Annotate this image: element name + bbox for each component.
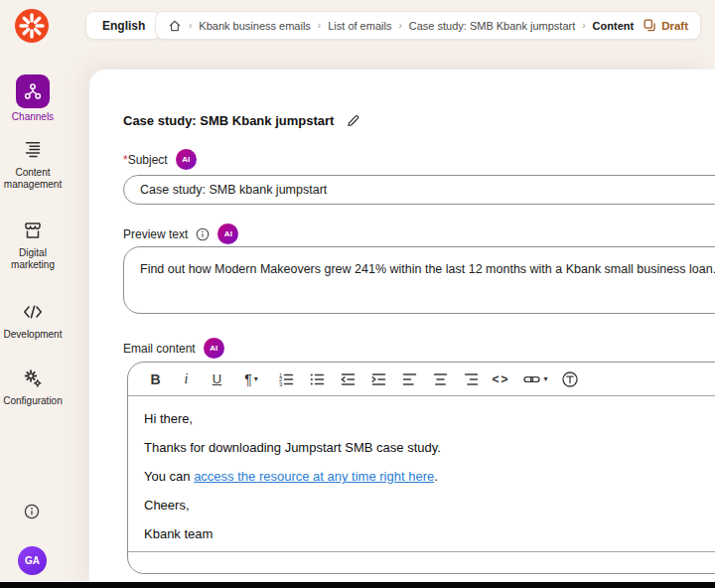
preview-text-label: Preview text [123,227,188,241]
sidebar-label-digital-marketing[interactable]: Digital marketing [0,247,66,271]
sidebar-item-digital-marketing[interactable] [21,219,45,242]
breadcrumb-separator: › [582,20,585,31]
content-panel: Case study: SMB Kbank jumpstart *Subject… [89,70,715,588]
info-circle-icon[interactable] [24,504,40,519]
channels-network-icon [22,80,44,102]
subject-input[interactable] [123,175,715,205]
breadcrumb-separator: › [189,20,192,31]
italic-button[interactable]: i [171,366,202,393]
svg-text:3: 3 [279,380,283,386]
page-title: Case study: SMB Kbank jumpstart [123,113,334,128]
storefront-icon [21,219,45,242]
chevron-down-icon: ▾ [254,374,258,383]
app-window: English › Kbank business emails › List o… [0,0,715,588]
text-format-button[interactable] [554,366,585,393]
language-selector[interactable]: English [85,11,162,40]
status-badge-label: Draft [661,20,688,32]
sidebar-item-development[interactable] [21,300,45,324]
sidebar-item-configuration[interactable] [21,367,45,390]
chevron-down-icon: ▾ [543,374,547,383]
email-content-label: Email content [123,342,196,356]
breadcrumb-item-content: Content [593,20,635,32]
email-paragraph: Thanks for downloading Jumpstart SMB cas… [144,441,715,454]
bottom-edge-bar [0,582,715,588]
align-right-button[interactable] [455,366,486,393]
sidebar-label-channels[interactable]: Channels [0,111,66,123]
sidebar-label-development[interactable]: Development [0,329,66,341]
underline-button[interactable]: U [202,366,232,393]
brand-logo-icon[interactable] [14,8,50,44]
sidebar-item-channels[interactable] [16,74,50,108]
edit-pencil-icon[interactable] [346,113,360,128]
email-paragraph: Hi there, [144,412,715,425]
sidebar-label-configuration[interactable]: Configuration [0,395,66,407]
preview-text-input[interactable]: Find out how Modern Makeovers grew 241% … [123,246,715,314]
avatar-initials: GA [25,555,40,566]
gears-icon [21,367,45,390]
ai-badge[interactable]: AI [217,223,238,244]
rich-text-editor: B i U ¶ ▾ 1 2 3 [127,362,715,574]
bullet-list-button[interactable] [301,366,332,393]
editor-divider [128,551,715,552]
breadcrumb-item-list[interactable]: List of emails [328,20,391,32]
link-button[interactable]: ▾ [516,366,554,393]
bold-button[interactable]: B [140,366,171,393]
code-brackets-icon [21,300,45,324]
outdent-button[interactable] [332,366,362,393]
align-center-button[interactable] [424,366,455,393]
draft-pages-icon [644,19,656,32]
sidebar-item-content-management[interactable] [21,138,45,162]
content-lines-icon [21,138,45,162]
sidebar-label-content-management[interactable]: Content management [0,167,66,191]
resource-link[interactable]: access the resource at any time right he… [194,469,434,484]
ordered-list-button[interactable]: 1 2 3 [270,366,301,393]
subject-label: *Subject [123,153,168,167]
editor-body[interactable]: Hi there, Thanks for downloading Jumpsta… [128,412,715,540]
breadcrumb-item-emails[interactable]: Kbank business emails [199,20,311,32]
paragraph-style-button[interactable]: ¶ ▾ [232,366,270,393]
email-paragraph: You can access the resource at any time … [144,470,715,483]
editor-toolbar: B i U ¶ ▾ 1 2 3 [128,363,715,396]
ai-badge[interactable]: AI [176,149,197,170]
breadcrumb-item-case-study[interactable]: Case study: SMB Kbank jumpstart [409,20,576,32]
indent-button[interactable] [362,366,393,393]
email-paragraph: Cheers, [144,499,715,512]
language-label: English [102,19,145,33]
home-icon[interactable] [168,19,182,33]
email-paragraph: Kbank team [144,527,715,540]
breadcrumb-separator: › [318,20,321,31]
breadcrumb-separator: › [398,20,401,31]
align-left-button[interactable] [393,366,424,393]
user-avatar[interactable]: GA [18,546,47,575]
info-tooltip-icon[interactable] [196,227,210,241]
code-view-button[interactable]: <> [486,366,516,393]
status-badge: Draft [644,19,688,32]
breadcrumb: › Kbank business emails › List of emails… [155,11,701,40]
preview-text-value: Find out how Modern Makeovers grew 241% … [140,262,715,276]
ai-badge[interactable]: AI [204,338,224,359]
